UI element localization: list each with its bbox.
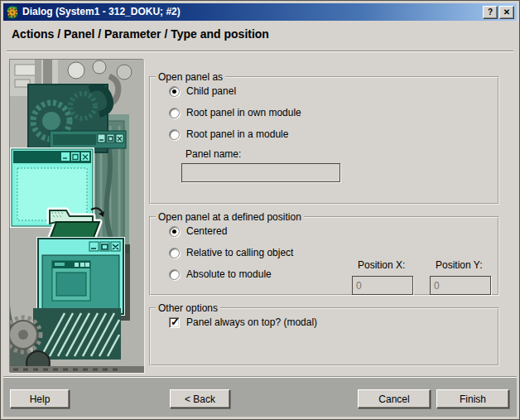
position-x-field: Position X: — [352, 259, 413, 295]
titlebar-help-button[interactable]: ? — [483, 6, 498, 19]
group-open-panel-as-label: Open panel as — [156, 71, 225, 83]
group-other-options-label: Other options — [156, 302, 220, 314]
position-x-label: Position X: — [358, 259, 413, 271]
position-x-input — [352, 276, 413, 295]
radio-root-panel-a-module[interactable]: Root panel in a module — [169, 126, 498, 142]
panel-name-input — [181, 163, 340, 182]
radio-child-panel[interactable]: Child panel — [169, 83, 498, 99]
help-button[interactable]: Help — [10, 389, 70, 408]
position-y-input — [430, 276, 491, 295]
radio-root-panel-own-module[interactable]: Root panel in own module — [169, 104, 498, 121]
radio-checked-icon — [169, 86, 180, 97]
radio-centered-label: Centered — [186, 225, 227, 237]
radio-unchecked-icon — [169, 248, 180, 258]
checkbox-panel-always-on-top[interactable]: Panel always on top? (modal) — [169, 314, 498, 331]
group-defined-position-label: Open panel at a defined position — [156, 211, 304, 223]
page-title: Actions / Panel / Parameter / Type and p… — [12, 27, 269, 41]
cancel-button[interactable]: Cancel — [358, 389, 431, 408]
group-other-options: Other options Panel always on top? (moda… — [149, 302, 499, 366]
heading-divider — [7, 51, 513, 52]
group-defined-position: Open panel at a defined position Centere… — [149, 211, 499, 296]
close-button[interactable]: ✕ — [499, 6, 514, 19]
radio-child-panel-label: Child panel — [186, 85, 236, 97]
checkbox-checked-icon — [169, 317, 180, 328]
panel-name-label: Panel name: — [185, 148, 498, 160]
position-y-field: Position Y: — [430, 259, 491, 295]
radio-centered[interactable]: Centered — [169, 223, 498, 239]
wizard-graphic — [10, 60, 144, 373]
radio-root-panel-own-module-label: Root panel in own module — [186, 107, 301, 118]
titlebar[interactable]: Dialog (System1 - 312_DOKU; #2) ? ✕ — [3, 3, 517, 21]
checkbox-panel-always-on-top-label: Panel always on top? (modal) — [186, 316, 317, 328]
radio-unchecked-icon — [169, 269, 180, 280]
radio-relative-to-calling-object[interactable]: Relative to calling object — [169, 244, 498, 261]
footer-button-bar: Help < Back Cancel Finish — [3, 378, 517, 417]
finish-button[interactable]: Finish — [436, 389, 509, 408]
radio-root-panel-a-module-label: Root panel in a module — [186, 128, 288, 140]
radio-checked-icon — [169, 226, 180, 237]
radio-relative-label: Relative to calling object — [186, 247, 293, 258]
radio-unchecked-icon — [169, 108, 180, 118]
position-y-label: Position Y: — [436, 259, 491, 271]
back-button[interactable]: < Back — [170, 389, 230, 408]
radio-absolute-label: Absolute to module — [186, 268, 272, 280]
window-title: Dialog (System1 - 312_DOKU; #2) — [22, 3, 483, 21]
radio-unchecked-icon — [169, 129, 180, 140]
group-open-panel-as: Open panel as Child panel Root panel in … — [149, 71, 499, 205]
app-gear-icon — [6, 6, 19, 19]
dialog-window: Dialog (System1 - 312_DOKU; #2) ? ✕ Acti… — [0, 0, 520, 420]
